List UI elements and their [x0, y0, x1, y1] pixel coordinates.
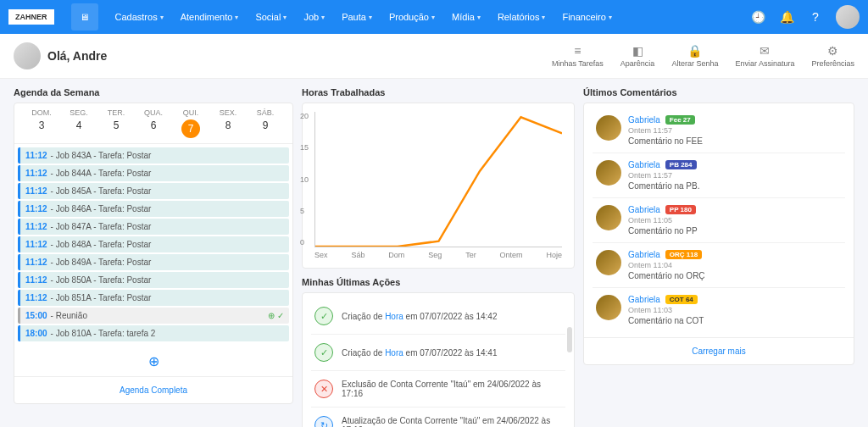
comment-item[interactable]: GabrielaPB 284Ontem 11:57Comentário na P…: [593, 153, 845, 198]
qa-icon: ⚙: [827, 44, 838, 58]
bell-icon[interactable]: 🔔: [778, 8, 795, 25]
comment-text: Comentário no ORÇ: [628, 271, 842, 280]
task-item[interactable]: 11:12- Job 846A - Tarefa: Postar: [18, 201, 289, 217]
hours-chart: 20151050: [314, 112, 562, 247]
day[interactable]: QUI.7: [172, 108, 209, 138]
hours-section: Horas Trabalhadas 20151050 SexSábDomSegT…: [302, 87, 575, 269]
help-icon[interactable]: ?: [807, 8, 824, 25]
comment-time: Ontem 11:04: [628, 261, 842, 269]
day[interactable]: QUA.6: [135, 108, 172, 138]
hours-card: 20151050 SexSábDomSegTerOntemHoje: [302, 103, 575, 269]
middle-column: Horas Trabalhadas 20151050 SexSábDomSegT…: [302, 87, 575, 427]
comment-text: Comentário no FEE: [628, 136, 842, 146]
nav-social[interactable]: Social: [247, 7, 295, 27]
action-link[interactable]: Hora: [385, 348, 403, 358]
task-item[interactable]: 11:12- Job 843A - Tarefa: Postar: [18, 147, 289, 164]
nav-job[interactable]: Job: [295, 7, 333, 27]
comment-avatar: [596, 250, 621, 275]
task-item[interactable]: 11:12- Job 848A - Tarefa: Postar: [18, 236, 289, 252]
comment-author[interactable]: Gabriela: [628, 115, 660, 125]
task-item[interactable]: 11:12- Job 851A - Tarefa: Postar: [18, 290, 289, 306]
nav-cadastros[interactable]: Cadastros: [107, 7, 172, 27]
action-icon: ✓: [314, 343, 333, 362]
comments-title: Últimos Comentários: [583, 87, 854, 103]
nav-atendimento[interactable]: Atendimento: [172, 7, 248, 27]
task-item[interactable]: 11:12- Job 844A - Tarefa: Postar: [18, 165, 289, 181]
user-avatar[interactable]: [836, 5, 860, 29]
hours-title: Horas Trabalhadas: [302, 87, 575, 103]
comment-badge[interactable]: Fee 27: [665, 115, 695, 125]
task-item[interactable]: 18:00- Job 810A - Tarefa: tarefa 2: [18, 325, 289, 341]
clock-icon[interactable]: 🕘: [749, 8, 766, 25]
nav-mídia[interactable]: Mídia: [443, 7, 489, 27]
agenda-full-link[interactable]: Agenda Completa: [14, 376, 292, 403]
page-header: Olá, Andre ≡Minhas Tarefas◧Aparência🔒Alt…: [0, 34, 868, 79]
action-link[interactable]: Hora: [385, 312, 403, 321]
load-more-link[interactable]: Carregar mais: [584, 337, 854, 364]
agenda-card: DOM.3SEG.4TER.5QUA.6QUI.7SEX.8SÁB.9 11:1…: [14, 103, 293, 404]
comment-time: Ontem 11:57: [628, 126, 842, 135]
quick-action[interactable]: ◧Aparência: [620, 44, 655, 68]
comment-item[interactable]: GabrielaPP 180Ontem 11:05Comentário no P…: [593, 198, 845, 243]
scrollbar[interactable]: [567, 327, 572, 352]
comment-text: Comentário no PP: [628, 226, 842, 236]
action-item[interactable]: ✕Exclusão de Conta Corrente "Itaú" em 24…: [311, 371, 565, 408]
comment-badge[interactable]: PP 180: [665, 205, 696, 214]
quick-action[interactable]: 🔒Alterar Senha: [671, 44, 718, 68]
comment-avatar: [596, 295, 621, 320]
comment-item[interactable]: GabrielaORÇ 118Ontem 11:04Comentário no …: [593, 243, 845, 288]
comment-avatar: [596, 115, 621, 141]
topbar: ZAHNER 🖥 CadastrosAtendimentoSocialJobPa…: [0, 0, 868, 34]
task-item[interactable]: 11:12- Job 849A - Tarefa: Postar: [18, 254, 289, 270]
comments-list: GabrielaFee 27Ontem 11:57Comentário no F…: [584, 103, 854, 337]
chart-svg: [315, 112, 562, 247]
greeting-avatar: [14, 42, 41, 69]
comment-avatar: [596, 160, 621, 186]
day[interactable]: SÁB.9: [247, 108, 284, 138]
qa-icon: ◧: [632, 44, 643, 58]
main-nav: 🖥 CadastrosAtendimentoSocialJobPautaProd…: [71, 3, 620, 30]
task-item[interactable]: 11:12- Job 845A - Tarefa: Postar: [18, 183, 289, 199]
comment-badge[interactable]: PB 284: [665, 160, 697, 169]
chart-y-labels: 20151050: [300, 112, 309, 247]
action-item[interactable]: ✓Criação de Hora em 07/07/2022 às 14:42: [311, 298, 565, 335]
quick-action[interactable]: ⚙Preferências: [811, 44, 854, 68]
comment-time: Ontem 11:05: [628, 216, 842, 225]
add-task-button[interactable]: ⊕: [14, 347, 292, 376]
comment-author[interactable]: Gabriela: [628, 250, 660, 259]
nav-relatórios[interactable]: Relatórios: [489, 7, 554, 27]
comment-author[interactable]: Gabriela: [628, 295, 660, 304]
quick-action[interactable]: ✉Enviar Assinatura: [735, 44, 794, 68]
task-item[interactable]: 15:00- Reunião⊕ ✓: [18, 308, 289, 324]
comment-item[interactable]: GabrielaFee 27Ontem 11:57Comentário no F…: [593, 108, 845, 153]
action-item[interactable]: ✓Criação de Hora em 07/07/2022 às 14:41: [311, 335, 565, 371]
comment-time: Ontem 11:03: [628, 306, 842, 314]
task-item[interactable]: 11:12- Job 850A - Tarefa: Postar: [18, 272, 289, 288]
comment-avatar: [596, 205, 621, 230]
desktop-icon[interactable]: 🖥: [71, 3, 98, 30]
comment-item[interactable]: GabrielaCOT 64Ontem 11:03Comentário na C…: [593, 288, 845, 332]
task-item[interactable]: 11:12- Job 847A - Tarefa: Postar: [18, 219, 289, 235]
action-item[interactable]: ↻Atualização de Conta Corrente "Itaú" em…: [311, 408, 565, 427]
quick-actions: ≡Minhas Tarefas◧Aparência🔒Alterar Senha✉…: [552, 44, 854, 68]
task-list: 11:12- Job 843A - Tarefa: Postar11:12- J…: [14, 144, 292, 347]
comments-card: GabrielaFee 27Ontem 11:57Comentário no F…: [583, 103, 854, 365]
greeting: Olá, Andre: [14, 42, 107, 69]
day[interactable]: TER.5: [97, 108, 135, 138]
nav-pauta[interactable]: Pauta: [333, 7, 381, 27]
day[interactable]: DOM.3: [23, 108, 60, 138]
comment-text: Comentário na PB.: [628, 181, 842, 191]
comment-badge[interactable]: COT 64: [665, 295, 698, 304]
quick-action[interactable]: ≡Minhas Tarefas: [552, 44, 604, 68]
task-status-icons: ⊕ ✓: [268, 311, 284, 320]
logo[interactable]: ZAHNER: [8, 9, 54, 25]
comment-badge[interactable]: ORÇ 118: [665, 250, 702, 259]
topbar-right: 🕘 🔔 ?: [749, 5, 860, 29]
day[interactable]: SEG.4: [60, 108, 97, 138]
nav-financeiro[interactable]: Financeiro: [554, 7, 620, 27]
day[interactable]: SEX.8: [209, 108, 247, 138]
comment-author[interactable]: Gabriela: [628, 205, 660, 214]
comment-author[interactable]: Gabriela: [628, 160, 660, 169]
actions-card: ✓Criação de Hora em 07/07/2022 às 14:42✓…: [302, 292, 575, 427]
nav-produção[interactable]: Produção: [381, 7, 443, 27]
